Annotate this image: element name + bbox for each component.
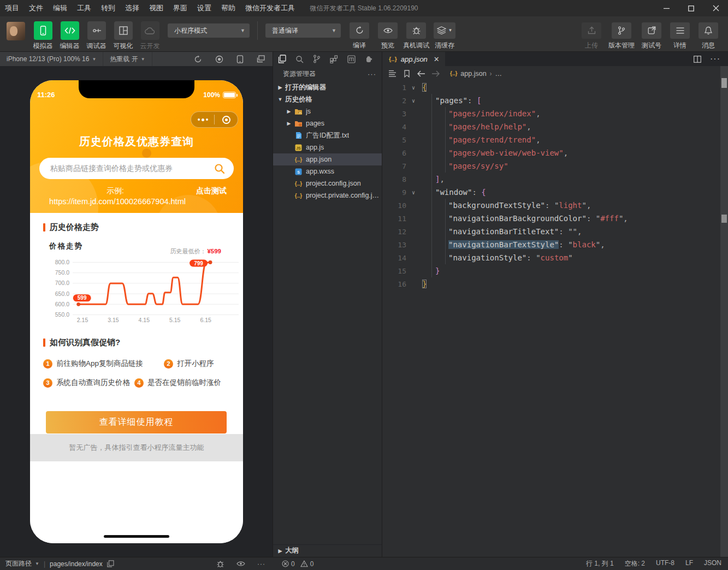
tree-section-历史价格[interactable]: ▼历史价格: [273, 93, 382, 105]
simulator-toolbar: iPhone 12/13 (Pro) 100% 16▼ 热重载 开▼: [0, 52, 273, 66]
tree-file-pages[interactable]: ▶pages: [273, 117, 382, 129]
page-path-label[interactable]: 页面路径: [5, 559, 32, 568]
menu-项目[interactable]: 项目: [0, 0, 24, 16]
statusbar-debug-icon[interactable]: [216, 560, 224, 568]
user-avatar[interactable]: [7, 22, 25, 40]
debug-icon: [87, 21, 106, 40]
toolbar-button-测试号[interactable]: 测试号: [637, 22, 666, 50]
tree-file-app.wxss[interactable]: Sapp.wxss: [273, 165, 382, 177]
tree-file-project.config.json[interactable]: {..}project.config.json: [273, 177, 382, 189]
split-editor-icon[interactable]: [694, 56, 701, 63]
detach-window-icon[interactable]: [257, 55, 265, 63]
toolbar-button-云开发[interactable]: 云开发: [137, 21, 163, 51]
git-icon[interactable]: [313, 55, 321, 63]
tree-file-app.json[interactable]: {..}app.json: [273, 153, 382, 165]
bookmark-icon[interactable]: [400, 70, 414, 78]
tree-section-打开的编辑器[interactable]: ▶打开的编辑器: [273, 81, 382, 93]
more-icon[interactable]: [191, 118, 214, 121]
copy-path-icon[interactable]: [107, 560, 114, 567]
menu-编辑[interactable]: 编辑: [48, 0, 72, 16]
search-files-icon[interactable]: [295, 55, 304, 63]
breadcrumb[interactable]: {..} app.json › …: [450, 70, 502, 78]
mock-icon[interactable]: [365, 56, 374, 63]
toolbar-button-上传[interactable]: 上传: [577, 22, 606, 50]
test-link[interactable]: 点击测试: [196, 186, 227, 196]
toolbar-button-真机调试[interactable]: 真机调试: [402, 22, 430, 50]
npm-icon[interactable]: [347, 55, 356, 63]
tab-appjson[interactable]: {..} app.json ✕: [382, 52, 445, 66]
section-price-history: 历史价格走势: [43, 222, 99, 233]
toolbar-button-清缓存[interactable]: ▼清缓存: [430, 22, 459, 50]
device-frame-icon[interactable]: [236, 55, 244, 63]
statusbar-more-icon[interactable]: ···: [257, 560, 265, 568]
titlebar: 项目文件编辑工具转到选择视图界面设置帮助微信开发者工具 微信开发者工具 Stab…: [0, 0, 728, 16]
explorer-more-icon[interactable]: ···: [368, 70, 376, 78]
toolbar-button-编译[interactable]: 编译: [345, 22, 374, 50]
toolbar-button-版本管理[interactable]: 版本管理: [606, 22, 637, 50]
svg-text:3.15: 3.15: [108, 317, 119, 323]
eye-icon: [378, 22, 398, 39]
simulator-panel: iPhone 12/13 (Pro) 100% 16▼ 热重载 开▼: [0, 52, 273, 557]
chart-min-label: 历史最低价：¥599: [170, 247, 221, 256]
svg-text:599: 599: [78, 295, 87, 301]
editor-scrollbar[interactable]: [720, 66, 728, 557]
ad-banner: 暂无广告，具体指引查看小程序流量主功能: [30, 434, 243, 461]
encoding[interactable]: UTF-8: [656, 559, 674, 568]
menu-界面[interactable]: 界面: [168, 0, 192, 16]
code-content[interactable]: 1∨{2∨"pages": [3"pages/index/index",4"pa…: [382, 81, 728, 557]
menu-微信开发者工具[interactable]: 微信开发者工具: [240, 0, 300, 16]
restart-icon[interactable]: [194, 55, 202, 63]
toolbar-button-调试器[interactable]: 调试器: [83, 21, 110, 51]
indent-setting[interactable]: 空格: 2: [625, 559, 645, 568]
toolbar-button-详情[interactable]: 详情: [666, 22, 694, 50]
menu-转到[interactable]: 转到: [96, 0, 120, 16]
tree-file-广告ID配置.txt[interactable]: 广告ID配置.txt: [273, 129, 382, 141]
cursor-position[interactable]: 行 1, 列 1: [586, 559, 614, 568]
tab-close-icon[interactable]: ✕: [434, 55, 440, 63]
back-icon[interactable]: [414, 70, 428, 77]
toolbar-button-模拟器[interactable]: 模拟器: [29, 21, 56, 51]
mode-dropdown[interactable]: 小程序模式▼: [168, 23, 250, 38]
exit-icon[interactable]: [215, 116, 238, 124]
outline-list-icon[interactable]: [386, 70, 400, 77]
statusbar-preview-icon[interactable]: [236, 561, 245, 567]
close-button[interactable]: [703, 0, 728, 16]
menu-文件[interactable]: 文件: [24, 0, 48, 16]
record-icon[interactable]: [215, 55, 223, 63]
maximize-button[interactable]: [679, 0, 703, 16]
compile-mode-dropdown[interactable]: 普通编译▼: [265, 23, 341, 38]
editor-more-icon[interactable]: ···: [710, 54, 720, 64]
eol[interactable]: LF: [685, 559, 693, 568]
menu-工具[interactable]: 工具: [72, 0, 96, 16]
tree-file-js[interactable]: ▶JSjs: [273, 105, 382, 117]
tree-file-project.private.config.js…[interactable]: {..}project.private.config.js…: [273, 189, 382, 201]
language-mode[interactable]: JSON: [704, 559, 721, 568]
menu-视图[interactable]: 视图: [144, 0, 168, 16]
extensions-icon[interactable]: [330, 55, 338, 63]
file-explorer: 资源管理器··· ▶打开的编辑器▼历史价格▶JSjs▶pages广告ID配置.t…: [273, 52, 382, 557]
toolbar-button-编辑器[interactable]: 编辑器: [56, 21, 83, 51]
hot-reload-toggle[interactable]: 热重载 开▼: [103, 52, 152, 66]
upload-icon: [582, 22, 601, 39]
search-icon[interactable]: [214, 163, 225, 174]
menu-设置[interactable]: 设置: [192, 0, 216, 16]
files-icon[interactable]: [278, 55, 286, 63]
toolbar-button-消息[interactable]: 消息: [694, 22, 723, 50]
outline-section[interactable]: ▶大纲: [273, 544, 382, 556]
toolbar-button-预览[interactable]: 预览: [374, 22, 402, 50]
scrollbar-thumb[interactable]: [721, 78, 727, 88]
step-item-2: 2打开小程序: [164, 359, 214, 369]
code-line-9: 9∨"window": {: [382, 186, 728, 199]
tutorial-button[interactable]: 查看详细使用教程: [46, 411, 227, 434]
menu-帮助[interactable]: 帮助: [216, 0, 240, 16]
forward-icon[interactable]: [428, 70, 442, 77]
tree-file-app.js[interactable]: JSapp.js: [273, 141, 382, 153]
problems-indicator[interactable]: 0 0: [273, 560, 313, 568]
toolbar-label: 清缓存: [435, 41, 454, 50]
menu-选择[interactable]: 选择: [120, 0, 144, 16]
device-selector[interactable]: iPhone 12/13 (Pro) 100% 16▼: [0, 52, 103, 66]
miniapp-capsule[interactable]: [191, 111, 238, 128]
toolbar-button-可视化[interactable]: 可视化: [110, 21, 137, 51]
minimize-button[interactable]: [654, 0, 679, 16]
search-input[interactable]: 粘贴商品链接查询价格走势或优惠券: [39, 158, 234, 179]
